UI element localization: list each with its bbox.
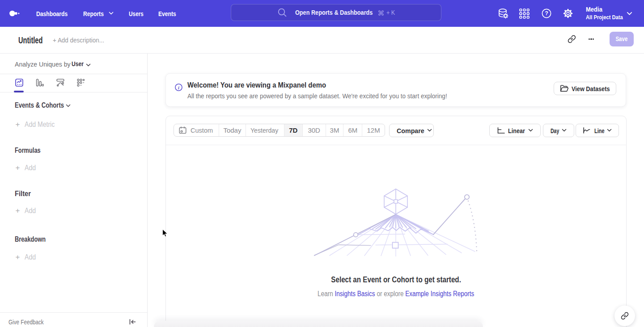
svg-text:i: i	[178, 85, 179, 90]
svg-text:?: ?	[545, 10, 548, 17]
